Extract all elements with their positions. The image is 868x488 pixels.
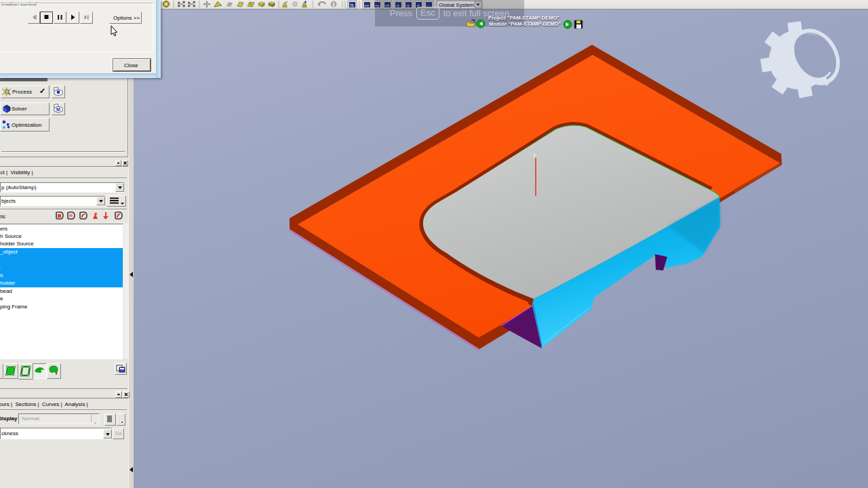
svg-text:z: z xyxy=(533,152,536,158)
svg-text:+x: +x xyxy=(365,3,370,7)
svg-text:M: M xyxy=(56,107,60,112)
svg-text:Is: Is xyxy=(351,3,355,7)
